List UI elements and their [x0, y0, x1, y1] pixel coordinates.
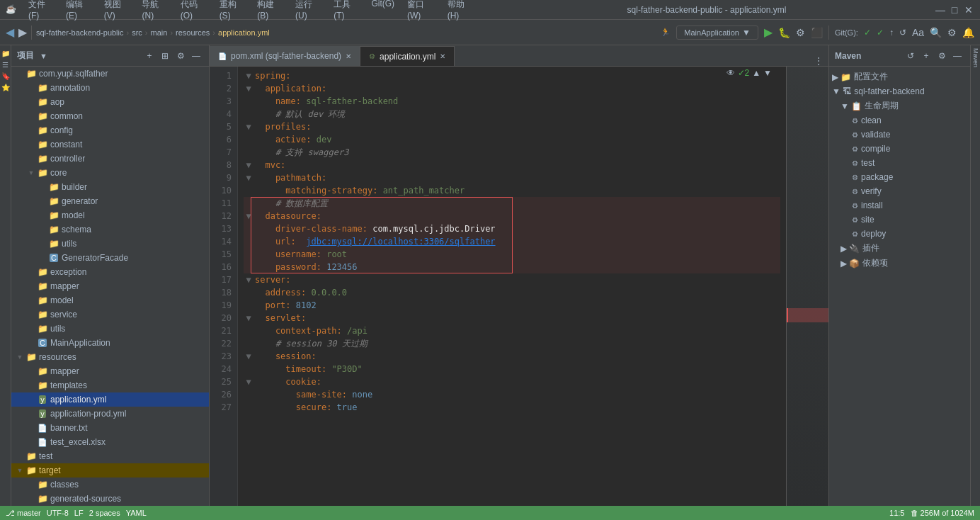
maven-refresh-icon[interactable]: ↺	[904, 49, 918, 63]
tree-item[interactable]: CMainApplication	[11, 336, 209, 350]
menu-file[interactable]: 文件(F)	[23, 0, 59, 22]
maven-lifecycle-item[interactable]: ⚙verify	[829, 184, 970, 198]
tree-item[interactable]: 📄banner.txt	[11, 421, 209, 435]
tree-item[interactable]: 📁utils	[11, 237, 209, 251]
tree-item[interactable]: 📁test	[11, 449, 209, 463]
fold-button[interactable]: ▼	[244, 275, 253, 285]
maven-config-files[interactable]: ▶ 📁 配置文件	[829, 69, 970, 84]
run-configuration-dropdown[interactable]: MainApplication ▼	[676, 26, 758, 40]
menu-navigate[interactable]: 导航(N)	[136, 0, 173, 22]
run-button[interactable]: ▶	[764, 26, 773, 39]
tab-yml-close[interactable]: ✕	[440, 52, 445, 60]
tree-item[interactable]: 📁generated-sources	[11, 492, 209, 506]
menu-build[interactable]: 构建(B)	[251, 0, 288, 22]
tab-overflow-button[interactable]: ⋮	[809, 56, 828, 66]
sidebar-dropdown[interactable]: ▼	[40, 52, 47, 60]
breadcrumb-resources[interactable]: resources	[176, 28, 210, 37]
menu-refactor[interactable]: 重构(S)	[214, 0, 251, 22]
maven-lifecycle-item[interactable]: ⚙compile	[829, 142, 970, 156]
tree-item[interactable]: 📁templates	[11, 378, 209, 392]
project-icon[interactable]: 📁	[1, 48, 11, 58]
tree-item[interactable]: ▼📁core	[11, 166, 209, 180]
tree-item[interactable]: 📁config	[11, 123, 209, 137]
menu-run[interactable]: 运行(U)	[290, 0, 326, 22]
menu-code[interactable]: 代码(O)	[175, 0, 212, 22]
tab-pom-close[interactable]: ✕	[346, 52, 351, 60]
menu-tools[interactable]: 工具(T)	[328, 0, 364, 22]
maven-lifecycle-item[interactable]: ⚙deploy	[829, 227, 970, 241]
fold-button[interactable]: ▼	[244, 160, 253, 170]
maven-lifecycle-item[interactable]: ⚙package	[829, 170, 970, 184]
git-checkmark2[interactable]: ✓	[877, 28, 884, 38]
tab-pom[interactable]: 📄 pom.xml (sql-father-backend) ✕	[210, 46, 360, 66]
menu-edit[interactable]: 编辑(E)	[60, 0, 97, 22]
forward-icon[interactable]: ▶	[18, 26, 27, 39]
tree-item[interactable]: yapplication-prod.yml	[11, 407, 209, 421]
sidebar-collapse-icon[interactable]: —	[189, 49, 203, 63]
git-checkmark1[interactable]: ✓	[864, 28, 871, 38]
tree-item[interactable]: ▼📁target	[11, 463, 209, 477]
maven-strip-label[interactable]: Maven	[972, 48, 979, 67]
tree-item[interactable]: 📁classes	[11, 477, 209, 492]
tree-item[interactable]: 📁common	[11, 109, 209, 123]
maven-add-icon[interactable]: +	[919, 49, 933, 63]
git-history[interactable]: ↺	[899, 28, 906, 38]
sidebar-settings-icon[interactable]: ⚙	[173, 49, 188, 63]
maven-sql-father-backend[interactable]: ▼ 🏗 sql-father-backend	[829, 84, 970, 98]
status-line-sep[interactable]: LF	[74, 509, 84, 517]
menu-git[interactable]: Git(G)	[365, 0, 400, 22]
maven-lifecycle-section[interactable]: ▼ 📋 生命周期	[829, 98, 970, 113]
status-indent[interactable]: 2 spaces	[89, 509, 120, 517]
breadcrumb-file[interactable]: application.yml	[218, 28, 270, 37]
maven-dependencies-section[interactable]: ▶ 📦 依赖项	[829, 256, 970, 271]
menu-help[interactable]: 帮助(H)	[442, 0, 479, 22]
tree-item[interactable]: ▼📁resources	[11, 350, 209, 364]
editor-eye-icon[interactable]: 👁	[727, 68, 735, 78]
git-push[interactable]: ↑	[889, 28, 894, 38]
tree-item[interactable]: 📁mapper	[11, 279, 209, 293]
tab-application-yml[interactable]: ⚙ application.yml ✕	[360, 46, 455, 66]
search-button[interactable]: 🔍	[930, 27, 942, 38]
fold-button[interactable]: ▼	[244, 313, 253, 323]
minimize-button[interactable]: —	[935, 4, 946, 16]
breadcrumb-src[interactable]: src	[132, 28, 142, 37]
editor-check-icon[interactable]: ✓2	[738, 68, 750, 78]
notifications-button[interactable]: 🔔	[962, 27, 974, 38]
maven-lifecycle-item[interactable]: ⚙test	[829, 156, 970, 170]
maven-lifecycle-item[interactable]: ⚙site	[829, 213, 970, 227]
code-content[interactable]: ▼spring:▼ application: name: sql-father-…	[238, 67, 786, 506]
tree-item[interactable]: 📁model	[11, 293, 209, 307]
tree-item[interactable]: 📁exception	[11, 265, 209, 279]
fold-button[interactable]: ▼	[244, 211, 253, 221]
fold-button[interactable]: ▼	[244, 173, 253, 183]
bookmarks-icon[interactable]: 🔖	[1, 71, 11, 81]
maximize-button[interactable]: □	[949, 4, 960, 16]
translate-button[interactable]: Aa	[912, 27, 924, 38]
breadcrumb-project[interactable]: sql-father-backend-public	[36, 28, 124, 37]
tree-item[interactable]: 📄test_excel.xlsx	[11, 435, 209, 449]
editor-up-icon[interactable]: ▲	[752, 68, 760, 78]
tree-item[interactable]: 📁model	[11, 208, 209, 222]
tree-item[interactable]: 📁generator	[11, 194, 209, 208]
tree-item[interactable]: 📁aop	[11, 95, 209, 109]
stop-button[interactable]: ⬛	[811, 27, 823, 38]
fold-button[interactable]: ▼	[244, 71, 253, 81]
tree-item[interactable]: 📁annotation	[11, 81, 209, 95]
coverage-button[interactable]: ⚙	[796, 27, 805, 38]
maven-plugins-section[interactable]: ▶ 🔌 插件	[829, 241, 970, 256]
fold-button[interactable]: ▼	[244, 84, 253, 94]
menu-view[interactable]: 视图(V)	[98, 0, 135, 22]
maven-lifecycle-item[interactable]: ⚙clean	[829, 113, 970, 128]
maven-collapse-icon[interactable]: —	[950, 49, 964, 63]
editor-down-icon[interactable]: ▼	[763, 68, 772, 78]
structure-icon[interactable]: ☰	[1, 60, 11, 69]
fold-button[interactable]: ▼	[244, 122, 253, 132]
tree-item[interactable]: 📁constant	[11, 137, 209, 152]
tree-item[interactable]: 📁controller	[11, 152, 209, 166]
tree-item[interactable]: 📁utils	[11, 322, 209, 336]
back-icon[interactable]: ◀	[6, 26, 14, 39]
maven-lifecycle-item[interactable]: ⚙validate	[829, 128, 970, 142]
close-button[interactable]: ✕	[963, 4, 974, 16]
menu-window[interactable]: 窗口(W)	[401, 0, 440, 22]
maven-lifecycle-item[interactable]: ⚙install	[829, 198, 970, 213]
